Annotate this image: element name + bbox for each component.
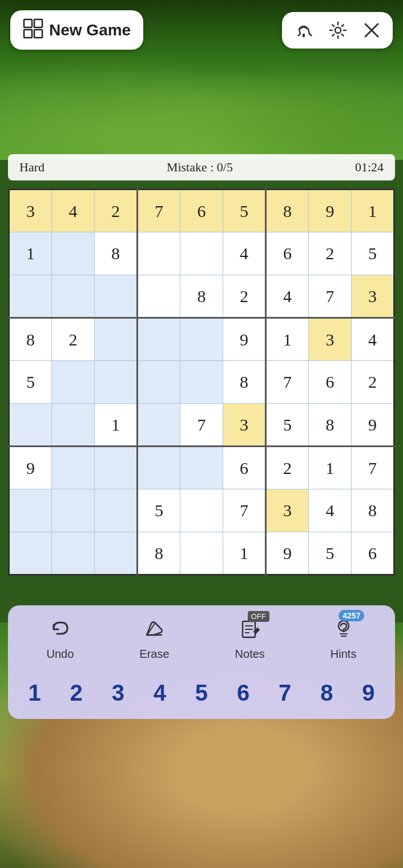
sudoku-cell[interactable] xyxy=(95,447,138,489)
sudoku-cell[interactable]: 6 xyxy=(266,232,309,275)
erase-button[interactable]: Erase xyxy=(134,616,175,663)
sudoku-cell[interactable]: 5 xyxy=(309,532,352,575)
sudoku-cell[interactable]: 3 xyxy=(223,404,266,447)
hints-button[interactable]: 4257 Hints xyxy=(325,616,362,663)
sudoku-cell[interactable] xyxy=(95,532,138,575)
sudoku-cell[interactable]: 7 xyxy=(223,489,266,532)
sudoku-cell[interactable] xyxy=(52,275,95,318)
sudoku-cell[interactable]: 9 xyxy=(223,318,266,361)
sudoku-cell[interactable] xyxy=(95,361,138,404)
sudoku-cell[interactable] xyxy=(9,532,52,575)
sudoku-cell[interactable]: 2 xyxy=(95,190,138,232)
sudoku-cell[interactable]: 8 xyxy=(138,532,180,575)
sudoku-cell[interactable]: 3 xyxy=(9,190,52,232)
number-pad-2[interactable]: 2 xyxy=(59,676,94,710)
sudoku-cell[interactable]: 8 xyxy=(180,275,223,318)
sudoku-cell[interactable] xyxy=(95,275,138,318)
sudoku-cell[interactable] xyxy=(138,232,180,275)
notes-button[interactable]: OFF Notes xyxy=(229,616,271,663)
sudoku-cell[interactable]: 1 xyxy=(9,232,52,275)
sudoku-cell[interactable] xyxy=(138,318,180,361)
sudoku-cell[interactable]: 6 xyxy=(223,447,266,489)
sudoku-cell[interactable]: 5 xyxy=(138,489,180,532)
sudoku-cell[interactable]: 5 xyxy=(9,361,52,404)
sudoku-cell[interactable]: 9 xyxy=(309,190,352,232)
sudoku-cell[interactable] xyxy=(52,232,95,275)
sudoku-cell[interactable]: 5 xyxy=(223,190,266,232)
sudoku-cell[interactable] xyxy=(138,404,180,447)
sudoku-cell[interactable] xyxy=(52,447,95,489)
sudoku-cell[interactable]: 4 xyxy=(52,190,95,232)
sudoku-cell[interactable]: 4 xyxy=(266,275,309,318)
sudoku-cell[interactable]: 4 xyxy=(352,318,394,361)
sudoku-cell[interactable]: 2 xyxy=(223,275,266,318)
sudoku-cell[interactable]: 3 xyxy=(266,489,309,532)
theme-button[interactable] xyxy=(287,18,321,43)
sudoku-cell[interactable] xyxy=(180,232,223,275)
sudoku-cell[interactable]: 9 xyxy=(266,532,309,575)
number-pad-7[interactable]: 7 xyxy=(268,676,302,710)
sudoku-cell[interactable]: 4 xyxy=(309,489,352,532)
sudoku-cell[interactable]: 5 xyxy=(266,404,309,447)
sudoku-cell[interactable]: 9 xyxy=(352,404,394,447)
sudoku-cell[interactable] xyxy=(180,447,223,489)
settings-button[interactable] xyxy=(321,18,355,43)
sudoku-cell[interactable] xyxy=(180,532,223,575)
number-pad-9[interactable]: 9 xyxy=(351,676,385,710)
sudoku-cell[interactable]: 1 xyxy=(309,447,352,489)
sudoku-cell[interactable] xyxy=(52,532,95,575)
sudoku-cell[interactable]: 7 xyxy=(309,275,352,318)
sudoku-cell[interactable] xyxy=(9,275,52,318)
sudoku-cell[interactable] xyxy=(138,447,180,489)
sudoku-cell[interactable] xyxy=(52,361,95,404)
number-pad-3[interactable]: 3 xyxy=(101,676,135,710)
new-game-button[interactable]: New Game xyxy=(10,10,143,50)
sudoku-cell[interactable]: 2 xyxy=(352,361,394,404)
sudoku-cell[interactable]: 1 xyxy=(95,404,138,447)
sudoku-cell[interactable]: 1 xyxy=(223,532,266,575)
sudoku-cell[interactable]: 1 xyxy=(352,190,394,232)
number-pad-5[interactable]: 5 xyxy=(184,676,219,710)
erase-icon xyxy=(143,618,165,644)
sudoku-cell[interactable]: 2 xyxy=(309,232,352,275)
sudoku-cell[interactable]: 8 xyxy=(9,318,52,361)
sudoku-cell[interactable]: 9 xyxy=(9,447,52,489)
sudoku-cell[interactable] xyxy=(95,318,138,361)
sudoku-cell[interactable] xyxy=(9,404,52,447)
sudoku-cell[interactable] xyxy=(9,489,52,532)
sudoku-cell[interactable]: 1 xyxy=(266,318,309,361)
sudoku-cell[interactable]: 5 xyxy=(352,232,394,275)
sudoku-cell[interactable] xyxy=(180,489,223,532)
sudoku-cell[interactable] xyxy=(180,318,223,361)
number-pad-4[interactable]: 4 xyxy=(143,676,177,710)
number-pad-1[interactable]: 1 xyxy=(18,676,52,710)
sudoku-cell[interactable]: 3 xyxy=(352,275,394,318)
sudoku-cell[interactable]: 8 xyxy=(95,232,138,275)
sudoku-cell[interactable]: 7 xyxy=(138,190,180,232)
sudoku-cell[interactable]: 6 xyxy=(352,532,394,575)
number-pad-6[interactable]: 6 xyxy=(226,676,260,710)
sudoku-cell[interactable]: 7 xyxy=(352,447,394,489)
sudoku-cell[interactable]: 8 xyxy=(223,361,266,404)
sudoku-cell[interactable]: 2 xyxy=(52,318,95,361)
sudoku-cell[interactable]: 7 xyxy=(266,361,309,404)
sudoku-cell[interactable]: 6 xyxy=(180,190,223,232)
sudoku-cell[interactable]: 4 xyxy=(223,232,266,275)
sudoku-cell[interactable]: 6 xyxy=(309,361,352,404)
sudoku-cell[interactable] xyxy=(180,361,223,404)
sudoku-cell[interactable]: 8 xyxy=(309,404,352,447)
hints-badge: 4257 xyxy=(338,610,364,621)
sudoku-cell[interactable]: 3 xyxy=(309,318,352,361)
sudoku-cell[interactable] xyxy=(138,361,180,404)
sudoku-cell[interactable]: 2 xyxy=(266,447,309,489)
sudoku-cell[interactable]: 7 xyxy=(180,404,223,447)
number-pad-8[interactable]: 8 xyxy=(309,676,344,710)
sudoku-cell[interactable] xyxy=(138,275,180,318)
sudoku-cell[interactable] xyxy=(52,489,95,532)
close-button[interactable] xyxy=(355,18,388,42)
sudoku-cell[interactable] xyxy=(95,489,138,532)
sudoku-cell[interactable]: 8 xyxy=(266,190,309,232)
undo-button[interactable]: Undo xyxy=(41,616,80,663)
sudoku-cell[interactable]: 8 xyxy=(352,489,394,532)
sudoku-cell[interactable] xyxy=(52,404,95,447)
